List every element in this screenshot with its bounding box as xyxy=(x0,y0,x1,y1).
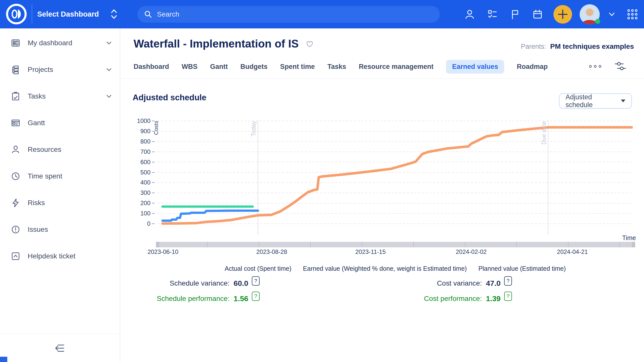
sidebar-item-label: Risks xyxy=(28,199,112,207)
help-icon[interactable]: ? xyxy=(252,276,260,286)
sidebar-item-label: My dashboard xyxy=(28,39,106,47)
tab-budgets[interactable]: Budgets xyxy=(240,60,268,74)
tasks-icon xyxy=(11,91,21,101)
sidebar-item-issues[interactable]: Issues xyxy=(0,216,120,243)
topbar-actions xyxy=(458,0,644,28)
y-axis-tick xyxy=(152,172,155,173)
sidebar-item-label: Helpdesk ticket xyxy=(28,252,112,260)
y-axis-label: 500 xyxy=(116,169,150,176)
series-actual-cost xyxy=(163,211,258,221)
gantt-icon xyxy=(11,118,21,128)
tab-spent-time[interactable]: Spent time xyxy=(280,60,315,74)
legend-item[interactable]: Earned value (Weighted % done, weight is… xyxy=(303,265,467,272)
y-axis-tick xyxy=(152,203,155,203)
sidebar-item-my-dashboard[interactable]: My dashboard xyxy=(0,30,120,56)
legend-item[interactable]: Actual cost (Spent time) xyxy=(225,265,291,272)
project-tabs: Dashboard WBS Gantt Budgets Spent time T… xyxy=(134,60,548,74)
y-axis-tick xyxy=(152,182,155,183)
flag-icon[interactable] xyxy=(509,9,520,20)
tab-wbs[interactable]: WBS xyxy=(182,60,197,74)
y-axis-label: 1000 xyxy=(116,117,150,125)
y-axis-label: 0 xyxy=(116,220,150,228)
page: Select Dashboard xyxy=(0,0,644,362)
sidebar-item-gantt[interactable]: Gantt xyxy=(0,110,120,136)
earned-value-chart xyxy=(158,118,633,244)
series-planned-value xyxy=(163,127,633,223)
y-axis-tick xyxy=(152,223,155,224)
y-axis-tick xyxy=(152,141,155,142)
metric-label: Cost variance: xyxy=(437,279,482,287)
y-axis-tick xyxy=(152,213,155,214)
tab-tasks[interactable]: Tasks xyxy=(328,60,346,74)
chevron-down-icon xyxy=(106,68,112,71)
help-icon[interactable]: ? xyxy=(252,292,260,301)
avatar[interactable] xyxy=(580,4,600,24)
breadcrumb: Parents: PM techniques examples xyxy=(521,42,634,51)
tab-roadmap[interactable]: Roadmap xyxy=(517,60,548,74)
y-axis-label: 300 xyxy=(116,189,150,197)
sidebar-item-tasks[interactable]: Tasks xyxy=(0,83,120,110)
sidebar-item-label: Issues xyxy=(28,225,112,234)
tab-gantt[interactable]: Gantt xyxy=(210,60,228,74)
metric-label: Schedule performance: xyxy=(157,295,230,303)
collapse-arrow-icon xyxy=(54,343,66,353)
x-axis-label: 2024-02-02 xyxy=(451,248,491,255)
apps-grid-icon[interactable] xyxy=(627,9,638,20)
parents-label: Parents: xyxy=(521,43,546,51)
search-input[interactable] xyxy=(156,10,433,19)
help-icon[interactable]: ? xyxy=(504,292,512,301)
y-axis-label: 100 xyxy=(116,210,150,217)
checklist-icon[interactable] xyxy=(487,9,498,20)
y-axis-label: 600 xyxy=(116,158,150,166)
tab-dashboard[interactable]: Dashboard xyxy=(134,60,169,74)
tab-resource-management[interactable]: Resource management xyxy=(359,60,433,74)
page-title: Waterfall - Implementation of IS xyxy=(134,36,299,51)
helpdesk-icon xyxy=(11,251,21,261)
y-axis-tick xyxy=(152,152,155,152)
parent-project-link[interactable]: PM techniques examples xyxy=(550,42,634,51)
sidebar-item-resources[interactable]: Resources xyxy=(0,136,120,163)
module-settings-icon[interactable] xyxy=(613,60,628,73)
dashboard-selector[interactable]: Select Dashboard xyxy=(37,7,117,21)
sidebar-item-risks[interactable]: Risks xyxy=(0,190,120,216)
metric-cost-performance: Cost performance: 1.39 ? xyxy=(363,293,512,304)
sidebar-item-helpdesk-ticket[interactable]: Helpdesk ticket xyxy=(0,243,120,269)
add-button[interactable] xyxy=(553,5,572,24)
time-spent-icon xyxy=(11,171,21,181)
schedule-dropdown[interactable]: Adjusted schedule xyxy=(559,93,632,109)
collapse-sidebar-button[interactable] xyxy=(0,341,120,356)
tab-earned-values[interactable]: Earned values xyxy=(446,60,504,74)
y-axis-tick xyxy=(152,162,155,162)
app-logo-icon xyxy=(6,3,27,25)
chevron-down-icon xyxy=(106,41,112,45)
sidebar-item-projects[interactable]: Projects xyxy=(0,56,120,83)
y-axis-label: 200 xyxy=(116,199,150,207)
dashboard-icon xyxy=(11,38,21,48)
y-axis-tick xyxy=(152,121,155,121)
sidebar-item-label: Projects xyxy=(28,66,106,74)
sidebar-item-label: Resources xyxy=(28,146,112,154)
sidebar-item-label: Tasks xyxy=(28,92,106,100)
topbar: Select Dashboard xyxy=(0,0,644,28)
metric-value: 1.56 xyxy=(234,294,248,303)
x-axis-label: 2024-04-21 xyxy=(552,248,592,255)
calendar-icon[interactable] xyxy=(532,9,543,20)
chevron-down-icon[interactable] xyxy=(609,11,615,18)
dashboard-selector-label: Select Dashboard xyxy=(37,10,99,18)
chart-scrollbar[interactable] xyxy=(156,242,635,247)
resources-icon xyxy=(11,145,21,155)
sidebar: My dashboard Projects xyxy=(0,28,120,362)
help-icon[interactable]: ? xyxy=(504,276,512,286)
sidebar-item-time-spent[interactable]: Time spent xyxy=(0,163,120,190)
search-icon xyxy=(144,10,152,19)
search-bar[interactable] xyxy=(137,6,440,23)
app-logo[interactable] xyxy=(6,3,27,25)
sort-chevrons-icon xyxy=(110,8,117,20)
legend-item[interactable]: Planned value (Estimated time) xyxy=(478,265,566,272)
more-tabs-icon[interactable] xyxy=(587,63,603,70)
chart-legend: Actual cost (Spent time)Earned value (We… xyxy=(158,265,633,272)
favorite-heart-icon[interactable] xyxy=(305,39,314,48)
profile-icon[interactable] xyxy=(464,9,475,20)
y-axis-label: 700 xyxy=(116,148,150,156)
chart-heading: Adjusted schedule xyxy=(133,93,206,102)
